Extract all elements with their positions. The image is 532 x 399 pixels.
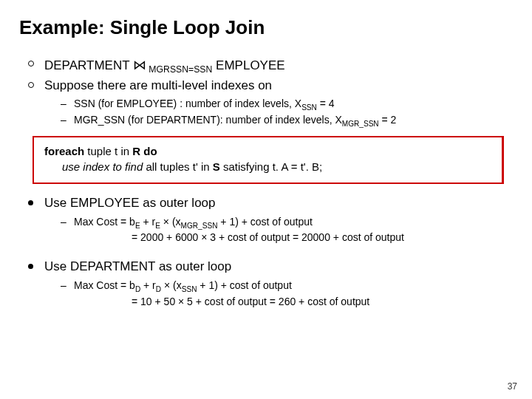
text: use index to find xyxy=(62,160,143,173)
sub: MGR_SSN xyxy=(181,222,218,230)
bullet-list-3: Use DEPARTMENT as outer loop Max Cost = … xyxy=(28,258,514,310)
kw: R do xyxy=(132,145,157,157)
sub-cost-emp: Max Cost = bE + rE × (xMGR_SSN + 1) + co… xyxy=(61,214,514,246)
text: × (x xyxy=(160,216,181,228)
eq-line: = 10 + 50 × 5 + cost of output = 260 + c… xyxy=(74,294,514,310)
bullet-department-outer: Use DEPARTMENT as outer loop Max Cost = … xyxy=(28,258,514,310)
sub: D xyxy=(156,285,161,293)
text: + r xyxy=(140,279,156,291)
text: = 2 xyxy=(379,114,397,126)
join-subscript: MGRSSN=SSN xyxy=(146,64,212,75)
text: = 4 xyxy=(317,98,335,109)
bullet-list-2: Use EMPLOYEE as outer loop Max Cost = bE… xyxy=(28,194,514,246)
text: Suppose there are multi-level indexes on xyxy=(44,78,272,92)
text: Max Cost = b xyxy=(74,279,135,291)
pseudocode-box: foreach tuple t in R do use index to fin… xyxy=(33,136,504,185)
slide-title: Example: Single Loop Join xyxy=(19,16,514,39)
bullet-join-expr: DEPARTMENT ⋈ MGRSSN=SSN EMPLOYEE xyxy=(28,55,514,75)
sub-list: Max Cost = bD + rD × (xSSN + 1) + cost o… xyxy=(44,278,514,310)
text: DEPARTMENT xyxy=(44,58,133,72)
bullet-list: DEPARTMENT ⋈ MGRSSN=SSN EMPLOYEE Suppose… xyxy=(28,55,514,129)
text: × (x xyxy=(161,279,182,291)
page-number: 37 xyxy=(508,381,517,392)
kw: S xyxy=(213,160,220,173)
sub: MGR_SSN xyxy=(342,120,379,128)
text: tuple t in xyxy=(84,145,132,157)
sub: SSN xyxy=(182,285,197,293)
bullet-employee-outer: Use EMPLOYEE as outer loop Max Cost = bE… xyxy=(28,194,514,246)
text: + 1) + cost of output xyxy=(197,279,291,291)
sub-ssn: SSN (for EMPLOYEE) : number of index lev… xyxy=(61,96,514,112)
text: all tuples t' in xyxy=(143,160,213,173)
text: + r xyxy=(140,216,156,228)
sub: E xyxy=(155,222,160,230)
code-line-1: foreach tuple t in R do xyxy=(44,143,494,160)
text: Max Cost = b xyxy=(74,216,135,228)
sub: E xyxy=(135,222,140,230)
sub: SSN xyxy=(301,103,317,112)
sub-list: Max Cost = bE + rE × (xMGR_SSN + 1) + co… xyxy=(44,214,514,246)
text: EMPLOYEE xyxy=(212,58,284,72)
sub-mgrssn: MGR_SSN (for DEPARTMENT): number of inde… xyxy=(61,112,514,129)
text: Use DEPARTMENT as outer loop xyxy=(44,259,231,273)
join-symbol: ⋈ xyxy=(133,58,146,72)
text: + 1) + cost of output xyxy=(217,216,312,228)
eq-line: = 2000 + 6000 × 3 + cost of output = 200… xyxy=(74,230,514,246)
text: Use EMPLOYEE as outer loop xyxy=(44,196,216,210)
code-line-2: use index to find all tuples t' in S sat… xyxy=(44,159,494,175)
sub-list: SSN (for EMPLOYEE) : number of index lev… xyxy=(44,96,514,128)
text: SSN (for EMPLOYEE) : number of index lev… xyxy=(74,98,301,109)
bullet-suppose: Suppose there are multi-level indexes on… xyxy=(28,77,514,129)
slide: Example: Single Loop Join DEPARTMENT ⋈ M… xyxy=(0,0,532,399)
sub-cost-dept: Max Cost = bD + rD × (xSSN + 1) + cost o… xyxy=(61,278,514,310)
text: MGR_SSN (for DEPARTMENT): number of inde… xyxy=(74,114,342,126)
text: satisfying t. A = t'. B; xyxy=(220,160,322,173)
kw: foreach xyxy=(44,145,84,157)
